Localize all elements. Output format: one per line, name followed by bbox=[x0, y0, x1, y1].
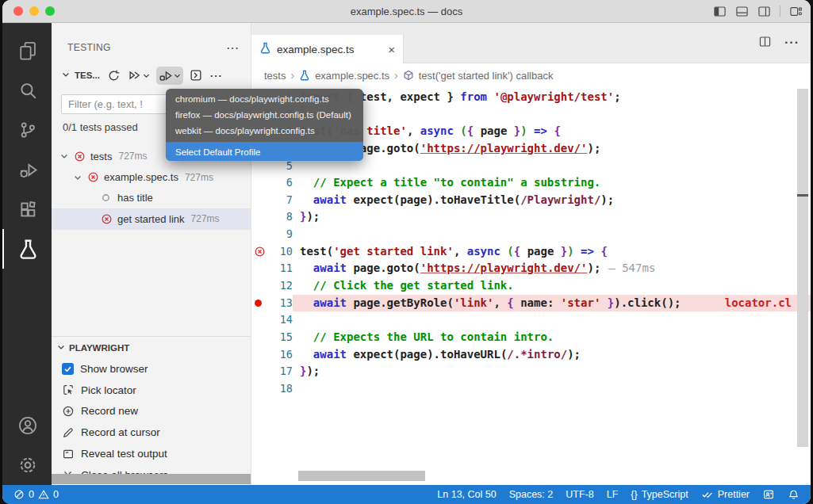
profile-menu-item[interactable]: firefox — docs/playwright.config.ts (Def… bbox=[166, 107, 363, 123]
breadcrumb-folder[interactable]: tests bbox=[264, 70, 286, 82]
close-window-button[interactable] bbox=[13, 6, 23, 16]
playwright-section-header[interactable]: PLAYWRIGHT bbox=[52, 337, 251, 358]
refresh-tests-button[interactable] bbox=[105, 67, 122, 84]
section-chevron-icon bbox=[56, 342, 66, 353]
zoom-window-button[interactable] bbox=[45, 6, 55, 16]
code-line[interactable]: 11 await page.goto('https://playwright.d… bbox=[251, 260, 811, 277]
profile-menu-item[interactable]: chromium — docs/playwright.config.ts bbox=[166, 91, 363, 107]
test-duration-annotation: — 547ms bbox=[608, 260, 655, 277]
toggle-panel-icon[interactable] bbox=[735, 5, 749, 18]
test-tree-item[interactable]: has title bbox=[52, 188, 251, 208]
playwright-action-record-at-cursor[interactable]: Record at cursor bbox=[52, 422, 251, 443]
code-line[interactable]: 16 await expect(page).toHaveURL(/.*intro… bbox=[251, 346, 811, 364]
warning-count-icon bbox=[38, 489, 49, 500]
breadcrumb-file[interactable]: example.spec.ts bbox=[315, 70, 389, 82]
code-line[interactable]: 12 // Click the get started link. bbox=[251, 277, 811, 295]
titlebar: example.spec.ts — docs bbox=[2, 0, 811, 23]
breadcrumb-symbol[interactable]: test('get started link') callback bbox=[419, 70, 554, 82]
debug-tests-button[interactable] bbox=[156, 67, 183, 85]
code-line[interactable]: 18 bbox=[251, 380, 811, 398]
action-label: Pick locator bbox=[81, 384, 136, 396]
customize-layout-icon[interactable] bbox=[789, 5, 803, 18]
traffic-lights bbox=[13, 0, 55, 22]
test-name: example.spec.ts bbox=[104, 171, 178, 183]
code-line[interactable]: 9 bbox=[251, 226, 811, 243]
editor-more-actions-button[interactable]: ··· bbox=[784, 36, 800, 50]
test-tree-item[interactable]: get started link727ms bbox=[52, 208, 251, 229]
tree-chevron-icon[interactable] bbox=[73, 173, 86, 182]
editor-horizontal-scrollbar[interactable] bbox=[298, 471, 425, 481]
notifications-bell-icon[interactable] bbox=[788, 489, 800, 501]
line-number: 13 bbox=[271, 295, 293, 312]
problems-indicator[interactable]: 0 0 bbox=[13, 489, 59, 500]
playwright-action-pick-locator[interactable]: Pick locator bbox=[52, 380, 251, 401]
breadcrumb-separator: › bbox=[394, 69, 398, 82]
playwright-action-reveal-test-output[interactable]: Reveal test output bbox=[52, 443, 251, 464]
action-label: Reveal test output bbox=[81, 448, 167, 460]
eol-indicator[interactable]: LF bbox=[607, 489, 619, 500]
formatter-indicator[interactable]: Prettier bbox=[701, 489, 750, 500]
run-tests-button[interactable] bbox=[126, 67, 152, 84]
indentation-indicator[interactable]: Spaces: 2 bbox=[509, 489, 554, 500]
code-line[interactable]: 14 bbox=[251, 311, 811, 329]
line-content bbox=[293, 158, 811, 175]
test-tree-item[interactable]: example.spec.ts727ms bbox=[52, 166, 251, 187]
tab-close-icon[interactable]: × bbox=[388, 44, 395, 55]
split-editor-icon[interactable] bbox=[758, 35, 772, 52]
source-control-icon[interactable] bbox=[2, 110, 52, 150]
language-indicator[interactable]: {}TypeScript bbox=[631, 489, 688, 500]
profile-menu-item[interactable]: webkit — docs/playwright.config.ts bbox=[166, 123, 363, 139]
show-browser-toggle[interactable]: Show browser bbox=[52, 358, 251, 380]
run-debug-icon[interactable] bbox=[2, 150, 52, 189]
gutter-glyph[interactable] bbox=[251, 246, 271, 258]
toggle-secondary-sidebar-icon[interactable] bbox=[757, 5, 771, 18]
select-default-profile-item[interactable]: Select Default Profile bbox=[166, 143, 363, 161]
sidebar-more-actions-button[interactable]: ··· bbox=[227, 42, 240, 54]
explorer-icon[interactable] bbox=[2, 31, 52, 71]
tab-label: example.spec.ts bbox=[277, 44, 382, 55]
minimize-window-button[interactable] bbox=[29, 6, 39, 16]
checkbox-checked-icon[interactable] bbox=[62, 363, 74, 375]
profile-menu-items: chromium — docs/playwright.config.tsfire… bbox=[166, 91, 363, 139]
line-number: 14 bbox=[271, 311, 293, 329]
gutter-glyph[interactable] bbox=[251, 299, 271, 307]
encoding-indicator[interactable]: UTF-8 bbox=[566, 489, 593, 500]
code-line[interactable]: 13 await page.getByRole('link', { name: … bbox=[251, 295, 811, 312]
tab-example-spec[interactable]: example.spec.ts × bbox=[251, 35, 404, 63]
test-more-actions-button[interactable]: ··· bbox=[209, 68, 224, 83]
test-duration: 727ms bbox=[118, 151, 147, 162]
account-icon[interactable] bbox=[2, 406, 52, 445]
testing-beaker-icon[interactable] bbox=[2, 229, 52, 269]
code-line[interactable]: 15 // Expects the URL to contain intro. bbox=[251, 329, 811, 346]
test-explorer-section-label[interactable]: TES... bbox=[75, 71, 100, 80]
line-number: 18 bbox=[271, 380, 293, 398]
extensions-icon[interactable] bbox=[2, 189, 52, 229]
warning-count: 0 bbox=[53, 489, 59, 500]
section-chevron-icon[interactable] bbox=[61, 70, 71, 82]
code-line[interactable]: 8}); bbox=[251, 208, 811, 226]
braces-icon: {} bbox=[631, 489, 637, 500]
playwright-action-record-new[interactable]: Record new bbox=[52, 401, 251, 422]
code-line[interactable]: 17}); bbox=[251, 363, 811, 380]
breadcrumbs: tests › example.spec.ts › test('get star… bbox=[251, 63, 811, 87]
test-explorer-toolbar: TES... ··· bbox=[61, 64, 243, 86]
editor-vertical-scrollbar[interactable] bbox=[797, 89, 808, 447]
cursor-position-indicator[interactable]: Ln 13, Col 50 bbox=[437, 489, 496, 500]
code-line[interactable]: 6 // Expect a title "to contain" a subst… bbox=[251, 174, 811, 192]
settings-gear-icon[interactable] bbox=[2, 445, 52, 485]
code-line[interactable]: 10test('get started link', async ({ page… bbox=[251, 243, 811, 261]
line-content: await page.getByRole('link', { name: 'st… bbox=[293, 295, 811, 312]
code-line[interactable]: 7 await expect(page).toHaveTitle(/Playwr… bbox=[251, 192, 811, 209]
show-browser-label: Show browser bbox=[80, 363, 148, 375]
line-content: await page.goto('https://playwright.dev/… bbox=[293, 140, 811, 158]
show-output-button[interactable] bbox=[187, 67, 205, 84]
beaker-file-icon bbox=[259, 42, 271, 57]
line-content: // Expects the URL to contain intro. bbox=[293, 329, 811, 346]
line-content: }); bbox=[293, 208, 811, 226]
tree-chevron-icon[interactable] bbox=[59, 151, 72, 161]
feedback-icon[interactable] bbox=[762, 488, 775, 501]
search-icon[interactable] bbox=[2, 71, 52, 110]
line-content bbox=[293, 380, 811, 398]
toggle-primary-sidebar-icon[interactable] bbox=[713, 5, 727, 18]
sidebar-horizontal-scrollbar[interactable] bbox=[52, 474, 251, 484]
